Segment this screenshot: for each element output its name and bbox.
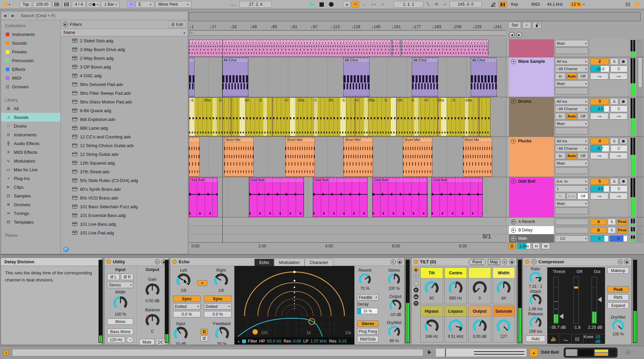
remove-macro-icon[interactable]: − — [414, 281, 419, 286]
pan-field[interactable]: C — [610, 145, 628, 152]
monitor-in[interactable]: In — [555, 152, 566, 159]
capture-midi-button[interactable]: ♾ — [351, 1, 359, 8]
file-row[interactable]: 101 Live Pad.adg — [61, 228, 188, 237]
fold-track-icon[interactable]: ▼ — [511, 179, 516, 184]
library-item-samples[interactable]: ⊡ Samples — [1, 191, 60, 200]
reverb-knob[interactable] — [359, 273, 371, 285]
output-channel-box[interactable] — [555, 167, 588, 174]
input-channel-menu[interactable]: ⁞ All Channe▾ — [555, 145, 588, 152]
file-row[interactable]: 8Bit Lazer.adg — [61, 124, 188, 132]
arrangement-clip[interactable] — [189, 57, 195, 97]
bass-mono-button[interactable]: Bass Mono — [107, 328, 133, 335]
macro-value[interactable]: 9.51 kHz — [448, 334, 464, 339]
volume-field[interactable]: -16.0 — [590, 65, 609, 72]
macro-knob[interactable] — [473, 319, 487, 333]
pan-field[interactable]: C — [610, 185, 628, 192]
return-activator[interactable]: B — [590, 227, 607, 233]
collection-item-effects[interactable]: Effects — [1, 65, 60, 74]
input-channel-menu[interactable]: ⁞ All Channe▾ — [555, 65, 588, 72]
clip-preview-play-icon[interactable] — [428, 350, 431, 354]
output-menu[interactable]: Main▾ — [555, 40, 588, 47]
library-item-max-for-live[interactable]: ▭ Max for Live — [1, 165, 60, 174]
map-button[interactable]: Map — [488, 259, 500, 265]
macro-label[interactable]: Tilt — [421, 268, 443, 278]
beat-time-ruler[interactable]: 1173349658197113129145161177193209225241 — [189, 22, 506, 31]
file-row[interactable]: 12 CC's and Counting.adv — [61, 132, 188, 141]
nudge-down-button[interactable] — [52, 1, 61, 8]
arrangement-clip[interactable]: Short Me — [224, 137, 254, 177]
library-item-all[interactable]: ≣ All — [1, 104, 60, 113]
link-toggle[interactable]: ▾ — [2, 1, 12, 8]
arrangement-clip[interactable]: Odd Bell — [431, 177, 483, 217]
sync-right-button[interactable]: Sync — [204, 296, 231, 302]
echo-output-value[interactable]: -10 dB — [389, 312, 401, 317]
file-row[interactable]: 8bit Explosion.adv — [61, 115, 188, 124]
hp-res-value[interactable]: 0.00 — [293, 339, 301, 344]
loop-start-display[interactable]: 1. 1. 1 — [394, 1, 423, 8]
release-knob[interactable] — [529, 317, 542, 329]
solo-button[interactable]: S — [610, 178, 618, 185]
library-item-templates[interactable]: ⊟ Templates — [1, 218, 60, 226]
channel-mode-menu[interactable]: Stereo▾ — [107, 282, 133, 288]
unfold-icon[interactable]: ▶ — [511, 236, 516, 241]
arrangement-clip[interactable]: Alt Chor — [471, 57, 497, 97]
input-channel-menu[interactable]: 1▾ — [555, 185, 588, 192]
monitor-auto[interactable]: Auto — [566, 152, 577, 159]
thresh-value[interactable]: -35.7 dB — [550, 325, 566, 330]
file-row[interactable]: 80s VCO Brass.adv — [61, 193, 188, 202]
overdub-button[interactable]: + — [343, 1, 350, 8]
monitor-auto[interactable]: Auto — [566, 193, 577, 199]
arm-button[interactable] — [619, 98, 628, 105]
track-header[interactable]: ▼Wave Sample — [509, 57, 554, 97]
output-menu[interactable]: Main▾ — [555, 120, 588, 127]
send-a-field[interactable]: −∞ — [590, 113, 608, 120]
main-volume-field[interactable]: 0 — [609, 235, 628, 242]
comp-drywet-knob[interactable] — [612, 320, 624, 332]
monitor-off[interactable]: Off — [577, 73, 588, 80]
show-overview-button[interactable] — [624, 1, 632, 8]
arrangement-clip[interactable]: Odd Bell — [249, 177, 304, 217]
hp-freq-value[interactable]: 50.0 Hz — [267, 339, 282, 344]
lock-envelopes-button[interactable] — [532, 22, 541, 29]
collection-item-presets[interactable]: Presets — [1, 47, 60, 56]
left-delay-value[interactable]: 1/8 — [181, 288, 186, 293]
utility-title-bar[interactable]: Utility ↻▣ — [104, 258, 168, 266]
transfer-curve-view-button[interactable] — [547, 334, 559, 344]
makeup-button[interactable]: Makeup — [607, 267, 629, 274]
macro-knob[interactable] — [448, 319, 463, 333]
gain-value[interactable]: 0.00 dB — [145, 299, 159, 303]
width-knob[interactable] — [113, 296, 127, 310]
follow-button[interactable]: →‥ — [228, 1, 239, 8]
macro-knob[interactable] — [425, 319, 439, 333]
monitor-off[interactable]: Off — [577, 113, 588, 120]
key-map-button[interactable]: Key — [508, 1, 521, 8]
add-macro-icon[interactable]: + — [414, 274, 419, 279]
punch-out-button[interactable]: ○ — [379, 1, 386, 8]
file-row[interactable]: 2 Sided Solo.adg — [61, 36, 188, 45]
arrangement-clip[interactable] — [392, 39, 401, 57]
arrangement-clip[interactable]: Alt Chor — [343, 57, 369, 97]
macro-label[interactable]: Output — [469, 306, 491, 317]
macro-value[interactable]: 650 Hz — [449, 296, 462, 301]
vertical-scrollbar[interactable] — [637, 97, 643, 136]
stereo-width-knob[interactable] — [388, 273, 400, 285]
width-value[interactable]: 100 % — [115, 312, 126, 317]
browser-back-button[interactable]: ◀ — [1, 14, 9, 17]
expand-mode-button[interactable]: Expand — [607, 302, 629, 309]
arrangement-clip[interactable]: Short Mel — [403, 137, 432, 177]
mono-button[interactable]: Mono — [107, 318, 133, 325]
file-row[interactable]: 37th Street.adv — [61, 167, 188, 176]
return-track-header[interactable]: ▶B Delay — [509, 226, 554, 234]
record-button[interactable] — [327, 1, 336, 8]
cue-out-menu[interactable]: ⠿1/2▾ — [555, 235, 588, 242]
track-header[interactable] — [509, 39, 554, 57]
cpu-load-display[interactable]: 13 %▾ — [567, 1, 588, 8]
stereo-link-button[interactable]: ∞ — [197, 280, 207, 286]
show-clip-view-button[interactable]: ▲ — [529, 348, 538, 357]
zoom-height-button[interactable]: H — [532, 243, 540, 249]
return-activator[interactable]: A — [590, 219, 607, 225]
knee-value[interactable]: 10 dB — [595, 334, 605, 344]
scale-menu[interactable]: Minor Pent▾ — [155, 1, 191, 8]
fold-track-icon[interactable]: ▼ — [511, 59, 516, 64]
library-item-modulators[interactable]: ∿ Modulators — [1, 156, 60, 165]
